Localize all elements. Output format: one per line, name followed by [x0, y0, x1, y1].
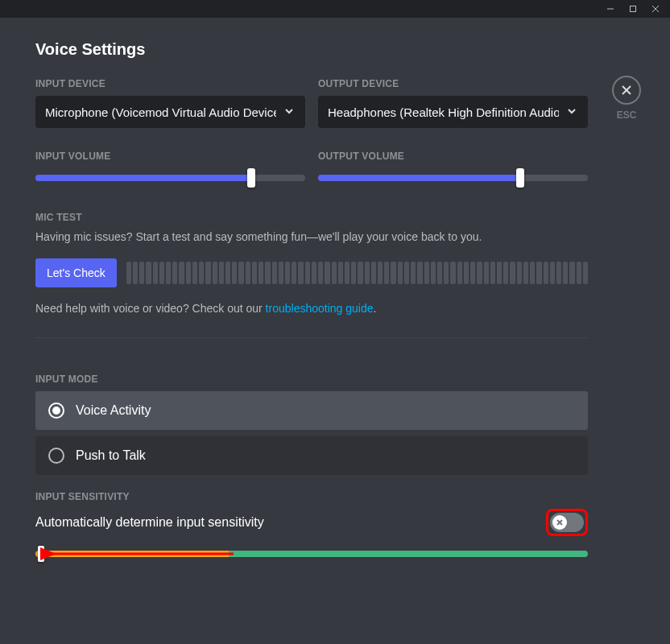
help-text: Need help with voice or video? Check out…: [35, 302, 588, 315]
radio-icon: [48, 448, 64, 464]
mic-test-description: Having mic issues? Start a test and say …: [35, 229, 588, 246]
section-divider: [35, 337, 588, 338]
window-maximize-button[interactable]: [622, 0, 644, 18]
input-device-value: Microphone (Voicemod Virtual Audio Devic…: [45, 105, 276, 119]
svg-rect-1: [631, 6, 636, 12]
chevron-down-icon: [565, 105, 578, 120]
mic-test-label: MIC TEST: [35, 212, 588, 223]
help-suffix: .: [374, 302, 377, 315]
window-close-button[interactable]: [644, 0, 667, 18]
close-icon: [620, 84, 633, 97]
auto-sensitivity-toggle[interactable]: [550, 513, 584, 532]
settings-content: Voice Settings INPUT DEVICE Microphone (…: [0, 18, 670, 576]
input-device-select[interactable]: Microphone (Voicemod Virtual Audio Devic…: [35, 96, 305, 128]
mic-test-button[interactable]: Let's Check: [35, 258, 117, 287]
output-volume-slider[interactable]: [318, 168, 588, 188]
input-mode-option-1[interactable]: Push to Talk: [35, 436, 588, 475]
input-mode-option-0[interactable]: Voice Activity: [35, 391, 588, 430]
mic-vu-meter: [126, 262, 588, 284]
input-mode-label: INPUT MODE: [35, 374, 588, 385]
close-settings: ESC: [612, 76, 641, 121]
sensitivity-slider[interactable]: [35, 547, 588, 560]
toggle-knob: [552, 515, 567, 530]
input-volume-slider[interactable]: [35, 168, 305, 188]
x-icon: [556, 518, 564, 526]
output-volume-label: OUTPUT VOLUME: [318, 151, 588, 162]
output-device-label: OUTPUT DEVICE: [318, 78, 588, 89]
radio-icon: [48, 402, 64, 419]
page-title: Voice Settings: [35, 40, 635, 59]
input-volume-label: INPUT VOLUME: [35, 151, 305, 162]
window-minimize-button[interactable]: [599, 0, 622, 18]
window-titlebar: [0, 0, 670, 18]
help-prefix: Need help with voice or video? Check out…: [35, 302, 266, 315]
auto-sensitivity-label: Automatically determine input sensitivit…: [35, 515, 264, 530]
output-device-value: Headphones (Realtek High Definition Audi…: [328, 105, 559, 119]
input-sensitivity-label: INPUT SENSITIVITY: [35, 491, 588, 502]
chevron-down-icon: [283, 105, 296, 120]
input-mode-option-label: Push to Talk: [76, 448, 146, 463]
output-device-select[interactable]: Headphones (Realtek High Definition Audi…: [318, 96, 588, 128]
close-settings-button[interactable]: [612, 76, 641, 105]
input-mode-option-label: Voice Activity: [76, 403, 151, 418]
input-device-label: INPUT DEVICE: [35, 78, 305, 89]
esc-label: ESC: [617, 109, 637, 121]
troubleshooting-link[interactable]: troubleshooting guide: [266, 302, 374, 315]
